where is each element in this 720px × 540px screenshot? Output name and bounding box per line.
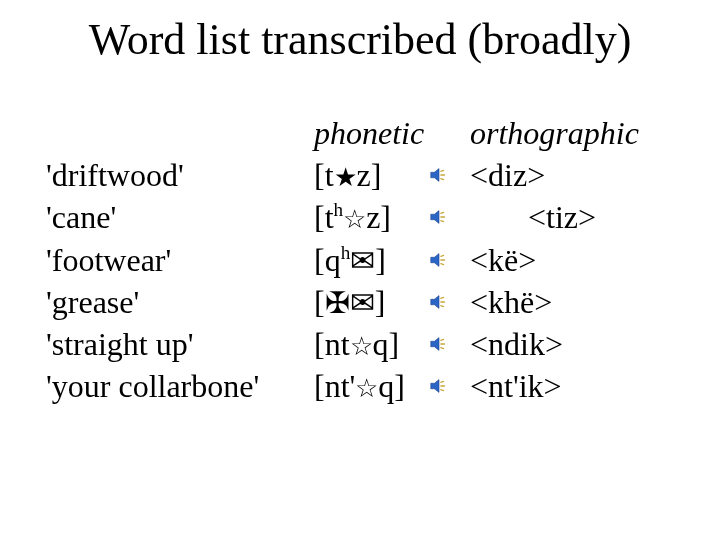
orthographic-cell: <khë> [470,281,552,323]
table-row: 'footwear'[qh✉]<kë> [46,239,639,281]
table-row: 'driftwood'[t★z]<diz> [46,154,639,196]
speaker-icon[interactable] [428,164,450,186]
gloss-cell: 'cane' [46,196,314,238]
orthographic-cell: <kë> [470,239,536,281]
table-row: 'your collarbone'[nt'☆q]<nt'ik> [46,365,639,407]
envelope-glyph: ✉ [350,283,375,323]
table-row: 'straight up'[nt☆q]<ndik> [46,323,639,365]
orthographic-cell: <tiz> [470,196,596,238]
phonetic-cell: [th☆z] [314,196,428,238]
word-table: phonetic orthographic 'driftwood'[t★z]<d… [46,112,639,408]
audio-cell [428,375,470,397]
speaker-icon[interactable] [428,375,450,397]
header-row: phonetic orthographic [46,112,639,154]
maltese-glyph: ✠ [325,283,350,323]
speaker-icon[interactable] [428,249,450,271]
phonetic-cell: [✠✉] [314,281,428,323]
gloss-cell: 'your collarbone' [46,365,314,407]
phonetic-cell: [t★z] [314,154,428,196]
star-outline-glyph: ☆ [350,330,373,364]
star-outline-glyph: ☆ [343,203,366,237]
orthographic-cell: <diz> [470,154,545,196]
phonetic-cell: [nt☆q] [314,323,428,365]
table-row: 'cane'[th☆z]<tiz> [46,196,639,238]
envelope-glyph: ✉ [350,241,375,281]
audio-cell [428,249,470,271]
page-title: Word list transcribed (broadly) [0,14,720,65]
gloss-cell: 'grease' [46,281,314,323]
audio-cell [428,333,470,355]
header-phonetic: phonetic [314,112,428,154]
star-filled-glyph: ★ [334,161,357,195]
speaker-icon[interactable] [428,206,450,228]
audio-cell [428,164,470,186]
speaker-icon[interactable] [428,333,450,355]
gloss-cell: 'footwear' [46,239,314,281]
header-orthographic: orthographic [470,112,639,154]
gloss-cell: 'straight up' [46,323,314,365]
phonetic-cell: [qh✉] [314,239,428,281]
orthographic-cell: <ndik> [470,323,563,365]
audio-cell [428,291,470,313]
table-row: 'grease'[✠✉]<khë> [46,281,639,323]
speaker-icon[interactable] [428,291,450,313]
audio-cell [428,206,470,228]
gloss-cell: 'driftwood' [46,154,314,196]
star-outline-glyph: ☆ [355,372,378,406]
phonetic-cell: [nt'☆q] [314,365,428,407]
slide: Word list transcribed (broadly) phonetic… [0,0,720,540]
orthographic-cell: <nt'ik> [470,365,562,407]
